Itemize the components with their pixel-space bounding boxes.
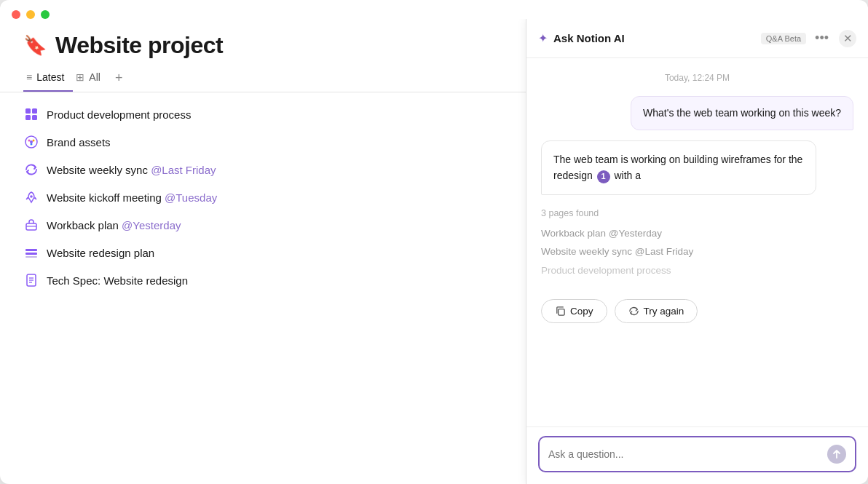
maximize-traffic-light[interactable] [41,10,50,19]
svg-rect-0 [25,108,31,114]
ai-input-wrapper [538,436,856,472]
app-window: 🔖 Website project ≡ Latest ⊞ All + [0,0,868,484]
main-content: 🔖 Website project ≡ Latest ⊞ All + [0,19,868,484]
qa-beta-badge: Q&A Beta [761,33,806,44]
retry-icon [628,306,639,317]
svg-point-8 [30,140,33,143]
ai-question-input[interactable] [548,448,821,460]
page-header: 🔖 Website project [0,19,526,65]
svg-rect-19 [559,309,564,314]
tab-all[interactable]: ⊞ All [73,66,109,92]
send-button[interactable] [827,445,846,464]
ai-title: Ask Notion AI [553,32,755,44]
source-item[interactable]: Website weekly sync @Last Friday [541,242,853,261]
ai-body: Today, 12:24 PM What's the web team work… [526,58,868,427]
item-date: @Yesterday [122,219,181,231]
list-item[interactable]: Product development process [17,101,508,127]
ai-logo-icon: ✦ [538,31,548,45]
item-text: Website redesign plan [47,247,502,259]
list-item[interactable]: Tech Spec: Website redesign [17,267,508,293]
svg-rect-13 [25,253,37,255]
palette-icon [23,134,39,150]
svg-rect-2 [25,115,31,120]
list-item[interactable]: Workback plan @Yesterday [17,212,508,238]
tab-all-label: All [89,71,100,83]
titlebar [0,0,868,19]
ai-input-area [526,427,868,484]
copy-label: Copy [570,306,593,317]
ai-header-actions: ••• ✕ [812,29,856,47]
page-title: Website project [55,32,223,59]
svg-point-6 [33,140,35,142]
grid-icon [23,245,39,261]
action-buttons: Copy Try again [541,299,853,323]
user-message: What's the web team working on this week… [631,96,853,130]
ai-response-text: The web team is working on building wire… [553,154,802,181]
items-list: Product development process Brand assets [0,92,526,302]
doc-icon [23,272,39,288]
try-again-label: Try again [644,306,684,317]
add-tab-button[interactable]: + [109,65,129,92]
tab-latest[interactable]: ≡ Latest [23,66,73,92]
send-icon [832,449,842,459]
bookmark-icon: 🔖 [23,34,47,57]
source-item[interactable]: Workback plan @Yesterday [541,224,853,243]
list-item[interactable]: Website weekly sync @Last Friday [17,156,508,183]
item-text: Website weekly sync @Last Friday [47,164,502,176]
sources-section: 3 pages found Workback plan @Yesterday W… [541,208,853,280]
pages-found-label: 3 pages found [541,208,853,218]
ai-header: ✦ Ask Notion AI Q&A Beta ••• ✕ [526,19,868,58]
item-text: Workback plan @Yesterday [47,219,502,231]
close-traffic-light[interactable] [12,10,20,19]
svg-rect-3 [32,115,37,120]
tabs-bar: ≡ Latest ⊞ All + [0,65,526,92]
sync-icon [23,162,39,178]
try-again-button[interactable]: Try again [615,299,698,323]
item-text: Product development process [47,108,502,121]
item-date: @Tuesday [165,191,217,204]
svg-rect-12 [25,249,37,251]
item-date: @Last Friday [151,164,216,176]
copy-icon [555,306,566,317]
info-bubble[interactable]: 1 [597,170,610,183]
rocket-icon [23,189,39,205]
ai-response-end: with a [614,170,641,181]
list-item[interactable]: Website redesign plan [17,239,508,266]
briefcase-icon [23,217,39,233]
chat-timestamp: Today, 12:24 PM [541,73,853,83]
svg-rect-1 [32,108,37,114]
ai-message: The web team is working on building wire… [541,140,816,195]
source-item[interactable]: Product development process [541,261,853,280]
list-item[interactable]: Brand assets [17,129,508,155]
copy-button[interactable]: Copy [541,299,607,323]
svg-rect-14 [25,256,37,258]
grid-tab-icon: ⊞ [76,71,84,83]
list-item[interactable]: Website kickoff meeting @Tuesday [17,184,508,210]
svg-point-5 [28,140,31,142]
item-text: Brand assets [47,136,502,148]
svg-point-9 [30,195,33,198]
ai-panel: ✦ Ask Notion AI Q&A Beta ••• ✕ Today, 12… [526,19,868,484]
item-text: Tech Spec: Website redesign [47,274,502,287]
minimize-traffic-light[interactable] [26,10,35,19]
close-ai-button[interactable]: ✕ [839,30,856,47]
left-panel: 🔖 Website project ≡ Latest ⊞ All + [0,19,526,484]
tab-latest-label: Latest [36,71,64,83]
product-icon [23,106,39,122]
more-options-button[interactable]: ••• [812,29,832,47]
list-icon: ≡ [26,71,32,83]
item-text: Website kickoff meeting @Tuesday [47,191,502,204]
